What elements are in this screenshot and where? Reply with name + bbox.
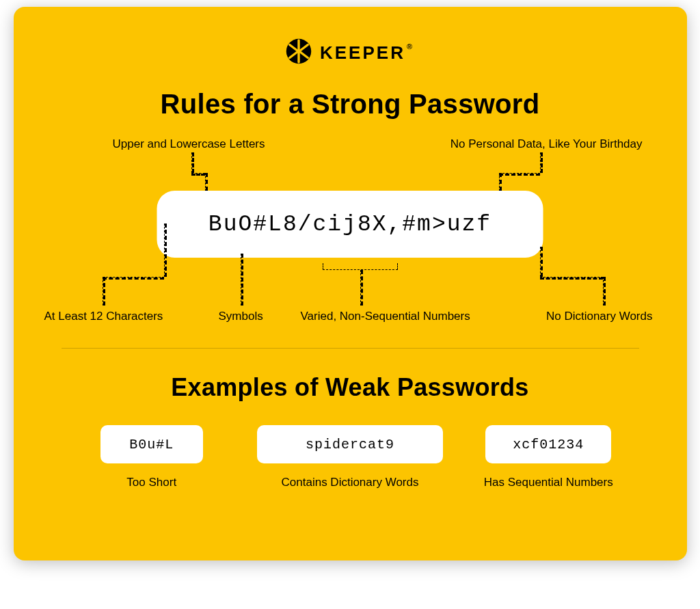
section-divider bbox=[62, 348, 639, 349]
rule-upper-lower: Upper and Lowercase Letters bbox=[113, 137, 265, 151]
connector-line bbox=[540, 247, 543, 277]
connector-line bbox=[103, 277, 105, 306]
weak-password-reason: Contains Dictionary Words bbox=[257, 476, 443, 489]
weak-password-value: spidercat9 bbox=[257, 425, 443, 463]
weak-password-value: xcf01234 bbox=[485, 425, 611, 463]
connector-line bbox=[499, 173, 540, 176]
weak-password-reason: Too Short bbox=[63, 476, 241, 489]
connector-line bbox=[540, 152, 543, 173]
page-title: Rules for a Strong Password bbox=[62, 89, 639, 120]
connector-line bbox=[191, 173, 205, 176]
connector-bracket bbox=[323, 263, 398, 270]
weak-example: xcf01234 Has Sequential Numbers bbox=[459, 425, 638, 489]
strong-password-value: BuO#L8/cij8X,#m>uzf bbox=[157, 191, 543, 258]
rule-varied-numbers: Varied, Non-Sequential Numbers bbox=[301, 310, 470, 323]
rule-no-personal-data: No Personal Data, Like Your Birthday bbox=[450, 137, 643, 151]
rule-length: At Least 12 Characters bbox=[44, 310, 163, 323]
connector-line bbox=[191, 152, 194, 173]
brand-name: KEEPER® bbox=[320, 42, 414, 64]
connector-line bbox=[540, 277, 603, 280]
info-card: KEEPER® Rules for a Strong Password Uppe… bbox=[14, 7, 687, 560]
connector-line bbox=[241, 254, 243, 306]
weak-example: spidercat9 Contains Dictionary Words bbox=[257, 425, 443, 489]
rule-symbols: Symbols bbox=[219, 310, 263, 323]
connector-line bbox=[164, 224, 167, 277]
connector-line bbox=[603, 277, 606, 306]
connector-line bbox=[103, 277, 164, 280]
rule-no-dictionary: No Dictionary Words bbox=[546, 310, 653, 323]
weak-password-reason: Has Sequential Numbers bbox=[459, 476, 638, 489]
strong-password-diagram: Upper and Lowercase Letters No Personal … bbox=[62, 137, 639, 329]
weak-examples-row: B0u#L Too Short spidercat9 Contains Dict… bbox=[62, 425, 639, 489]
brand-row: KEEPER® bbox=[62, 38, 639, 67]
weak-password-value: B0u#L bbox=[100, 425, 203, 463]
weak-heading: Examples of Weak Passwords bbox=[62, 373, 639, 402]
weak-example: B0u#L Too Short bbox=[63, 425, 241, 489]
keeper-logo-icon bbox=[286, 38, 312, 67]
connector-line bbox=[360, 270, 363, 306]
